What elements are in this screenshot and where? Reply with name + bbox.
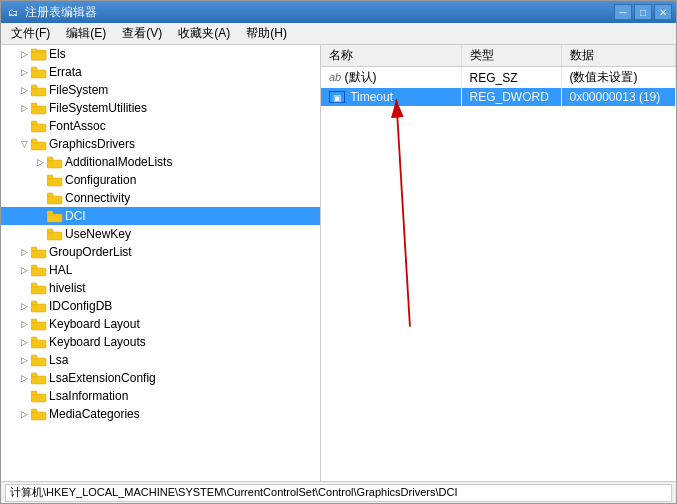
tree-item-keyboardlayouts[interactable]: ▷ Keyboard Layouts	[1, 333, 320, 351]
col-header-name[interactable]: 名称	[321, 45, 461, 67]
svg-rect-17	[47, 175, 53, 179]
svg-rect-3	[31, 49, 37, 52]
registry-editor-window: 🗂 注册表编辑器 ─ □ ✕ 文件(F) 编辑(E) 查看(V) 收藏夹(A) …	[0, 0, 677, 504]
folder-icon-dci	[47, 209, 63, 223]
folder-icon-lsainformation	[31, 389, 47, 403]
tree-item-els[interactable]: ▷ Els	[1, 45, 320, 63]
tree-item-lsa[interactable]: ▷ Lsa	[1, 351, 320, 369]
tree-item-graphicsdrivers[interactable]: ▽ GraphicsDrivers	[1, 135, 320, 153]
folder-icon-graphicsdrivers	[31, 137, 47, 151]
cell-type-timeout: REG_DWORD	[461, 88, 561, 106]
svg-rect-23	[47, 229, 53, 233]
registry-values-panel: 名称 类型 数据 ab (默认) REG_SZ (数值未设置)	[321, 45, 676, 481]
window-controls: ─ □ ✕	[614, 4, 672, 20]
tree-item-additionalmodelists[interactable]: ▷ AdditionalModeLists	[1, 153, 320, 171]
menu-favorites[interactable]: 收藏夹(A)	[170, 23, 238, 44]
tree-item-connectivity[interactable]: ▷ Connectivity	[1, 189, 320, 207]
tree-item-filesystem[interactable]: ▷ FileSystem	[1, 81, 320, 99]
annotation-arrow	[321, 45, 676, 481]
tree-label-filesystemutilities: FileSystemUtilities	[49, 101, 147, 115]
tree-item-lsaextensionconfig[interactable]: ▷ LsaExtensionConfig	[1, 369, 320, 387]
registry-tree[interactable]: ▷ Els ▷ Errata ▷ FileSystem	[1, 45, 321, 481]
tree-item-mediacategories[interactable]: ▷ MediaCategories	[1, 405, 320, 423]
expander-filesystem[interactable]: ▷	[17, 83, 31, 97]
svg-rect-39	[31, 373, 37, 377]
tree-label-usenewkey: UseNewKey	[65, 227, 131, 241]
folder-icon-els	[31, 47, 47, 61]
menu-edit[interactable]: 编辑(E)	[58, 23, 114, 44]
folder-icon-fontassoc	[31, 119, 47, 133]
col-header-type[interactable]: 类型	[461, 45, 561, 67]
tree-label-hal: HAL	[49, 263, 72, 277]
tree-label-filesystem: FileSystem	[49, 83, 108, 97]
expander-mediacategories[interactable]: ▷	[17, 407, 31, 421]
tree-label-dci: DCI	[65, 209, 86, 223]
expander-els[interactable]: ▷	[17, 47, 31, 61]
main-area: ▷ Els ▷ Errata ▷ FileSystem	[1, 45, 676, 481]
svg-rect-5	[31, 67, 37, 71]
expander-hal[interactable]: ▷	[17, 263, 31, 277]
expander-lsaextensionconfig[interactable]: ▷	[17, 371, 31, 385]
svg-rect-35	[31, 337, 37, 341]
expander-grouporderlist[interactable]: ▷	[17, 245, 31, 259]
folder-icon-mediacategories	[31, 407, 47, 421]
expander-filesystemutilities[interactable]: ▷	[17, 101, 31, 115]
expander-hivelist: ▷	[17, 281, 31, 295]
tree-label-lsa: Lsa	[49, 353, 68, 367]
tree-label-configuration: Configuration	[65, 173, 136, 187]
maximize-button[interactable]: □	[634, 4, 652, 20]
expander-usenewkey: ▷	[33, 227, 47, 241]
tree-item-fontassoc[interactable]: ▷ FontAssoc	[1, 117, 320, 135]
status-bar-text: 计算机\HKEY_LOCAL_MACHINE\SYSTEM\CurrentCon…	[5, 484, 672, 502]
expander-errata[interactable]: ▷	[17, 65, 31, 79]
expander-idconfigdb[interactable]: ▷	[17, 299, 31, 313]
expander-additionalmodelists[interactable]: ▷	[33, 155, 47, 169]
tree-item-hivelist[interactable]: ▷ hivelist	[1, 279, 320, 297]
menu-file[interactable]: 文件(F)	[3, 23, 58, 44]
expander-lsa[interactable]: ▷	[17, 353, 31, 367]
cell-data-default: (数值未设置)	[561, 67, 676, 89]
tree-item-usenewkey[interactable]: ▷ UseNewKey	[1, 225, 320, 243]
folder-icon-filesystemutilities	[31, 101, 47, 115]
tree-label-els: Els	[49, 47, 66, 61]
tree-item-errata[interactable]: ▷ Errata	[1, 63, 320, 81]
menu-help[interactable]: 帮助(H)	[238, 23, 295, 44]
ab-icon: ab	[329, 71, 341, 83]
folder-icon-grouporderlist	[31, 245, 47, 259]
svg-rect-43	[31, 409, 37, 413]
tree-item-filesystemutilities[interactable]: ▷ FileSystemUtilities	[1, 99, 320, 117]
tree-item-keyboardlayout[interactable]: ▷ Keyboard Layout	[1, 315, 320, 333]
status-path: 计算机\HKEY_LOCAL_MACHINE\SYSTEM\CurrentCon…	[10, 485, 457, 500]
expander-graphicsdrivers[interactable]: ▽	[17, 137, 31, 151]
tree-item-configuration[interactable]: ▷ Configuration	[1, 171, 320, 189]
folder-icon-hivelist	[31, 281, 47, 295]
minimize-button[interactable]: ─	[614, 4, 632, 20]
close-button[interactable]: ✕	[654, 4, 672, 20]
tree-label-connectivity: Connectivity	[65, 191, 130, 205]
cell-data-timeout: 0x00000013 (19)	[561, 88, 676, 106]
col-header-data[interactable]: 数据	[561, 45, 676, 67]
tree-item-hal[interactable]: ▷ HAL	[1, 261, 320, 279]
cell-name-timeout: ▣ Timeout	[321, 88, 461, 106]
expander-keyboardlayouts[interactable]: ▷	[17, 335, 31, 349]
expander-dci: ▷	[33, 209, 47, 223]
tree-label-grouporderlist: GroupOrderList	[49, 245, 132, 259]
svg-rect-25	[31, 247, 37, 251]
expander-connectivity: ▷	[33, 191, 47, 205]
tree-label-idconfigdb: IDConfigDB	[49, 299, 112, 313]
tree-item-grouporderlist[interactable]: ▷ GroupOrderList	[1, 243, 320, 261]
menu-view[interactable]: 查看(V)	[114, 23, 170, 44]
expander-keyboardlayout[interactable]: ▷	[17, 317, 31, 331]
svg-rect-21	[47, 211, 53, 215]
table-row[interactable]: ab (默认) REG_SZ (数值未设置)	[321, 67, 676, 89]
folder-icon-configuration	[47, 173, 63, 187]
table-row[interactable]: ▣ Timeout REG_DWORD 0x00000013 (19)	[321, 88, 676, 106]
svg-rect-13	[31, 139, 37, 143]
tree-item-lsainformation[interactable]: ▷ LsaInformation	[1, 387, 320, 405]
folder-icon-errata	[31, 65, 47, 79]
tree-item-idconfigdb[interactable]: ▷ IDConfigDB	[1, 297, 320, 315]
folder-icon-hal	[31, 263, 47, 277]
tree-item-dci[interactable]: ▷ DCI	[1, 207, 320, 225]
svg-rect-2	[31, 52, 46, 60]
tree-label-lsaextensionconfig: LsaExtensionConfig	[49, 371, 156, 385]
